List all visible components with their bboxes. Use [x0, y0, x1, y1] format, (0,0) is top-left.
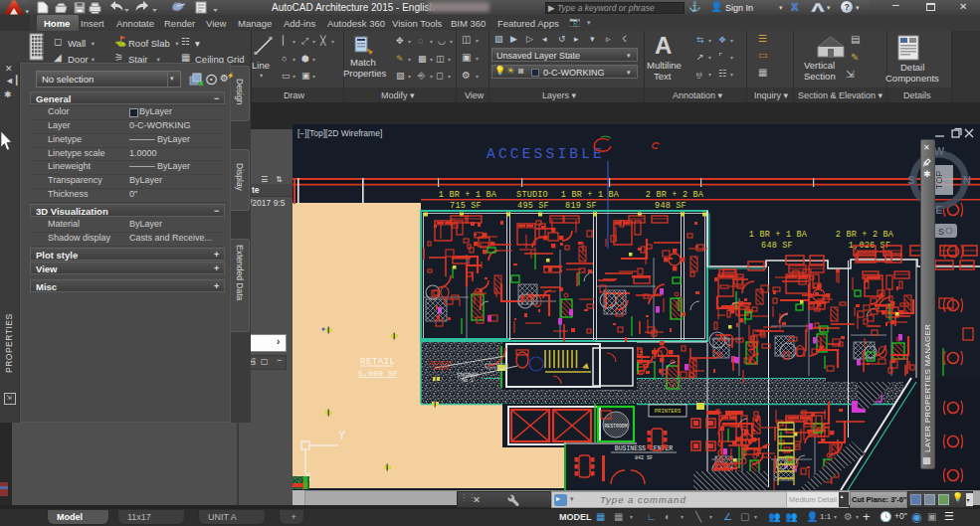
svg-text:2 BR + 2 BA: 2 BR + 2 BA	[836, 230, 894, 240]
svg-text:842 SF: 842 SF	[635, 455, 653, 461]
svg-text:TOP: TOP	[934, 171, 944, 189]
svg-text:1 BR + 1 BA: 1 BR + 1 BA	[749, 230, 808, 240]
svg-text:EGRESS: EGRESS	[433, 366, 450, 371]
svg-text:RETAIL: RETAIL	[360, 357, 395, 367]
svg-text:1 BR + 1 BA: 1 BR + 1 BA	[561, 190, 620, 200]
svg-text:ACCESSIBLE: ACCESSIBLE	[487, 146, 605, 162]
svg-text:E: E	[935, 204, 942, 216]
svg-text:Y: Y	[338, 430, 345, 443]
svg-text:648 SF: 648 SF	[761, 241, 793, 251]
svg-text:495 SF: 495 SF	[517, 201, 549, 211]
svg-text:RESTROOM: RESTROOM	[604, 424, 627, 429]
svg-text:No 1: No 1	[463, 378, 474, 383]
svg-text:PRINTERS: PRINTERS	[655, 408, 682, 415]
svg-text:S: S	[938, 227, 944, 237]
svg-text:948 SF: 948 SF	[655, 201, 686, 211]
svg-text:STUDIO: STUDIO	[516, 190, 548, 200]
svg-text:[−][Top][2D Wireframe]: [−][Top][2D Wireframe]	[297, 128, 382, 138]
svg-text:N: N	[963, 174, 971, 186]
svg-text:819 SF: 819 SF	[565, 201, 597, 211]
svg-text:5,000 SF: 5,000 SF	[358, 369, 398, 378]
svg-text:715 SF: 715 SF	[450, 201, 482, 211]
svg-text:1 BR + 1 BA: 1 BR + 1 BA	[439, 190, 497, 200]
svg-text:S: S	[907, 174, 914, 186]
svg-text:W: W	[934, 145, 945, 157]
svg-text:2 BR + 2 BA: 2 BR + 2 BA	[646, 190, 704, 200]
